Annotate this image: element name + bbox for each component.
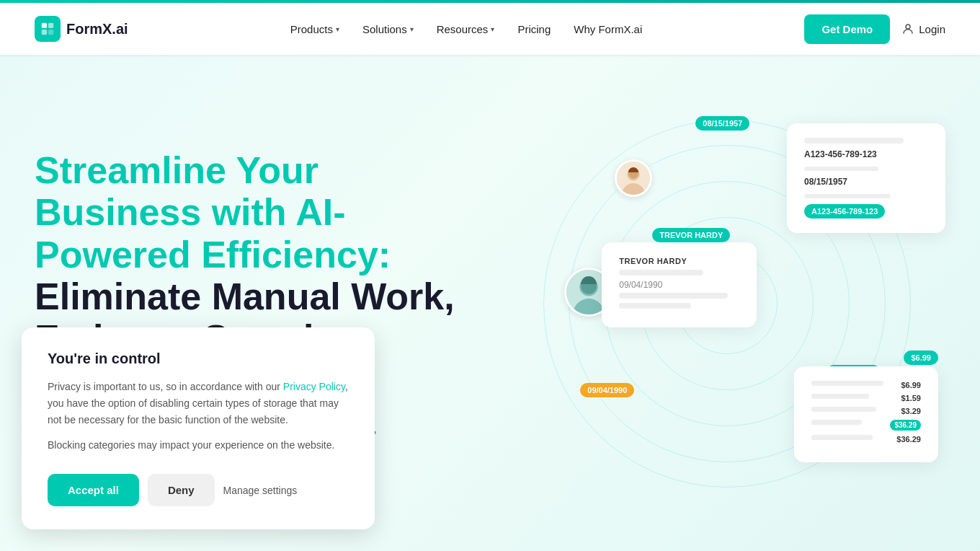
receipt-row-3: $3.29 xyxy=(811,407,921,415)
receipt-line-5 xyxy=(811,435,873,440)
receipt-line-1 xyxy=(811,381,883,386)
receipt-card: $6.99 $1.59 $3.29 $36.29 $36.29 xyxy=(794,366,938,462)
gdpr-text-1: Privacy is important to us, so in accord… xyxy=(48,379,349,428)
avatar-woman-svg xyxy=(617,159,650,197)
gdpr-text-2: Blocking categories may impact your expe… xyxy=(48,437,349,454)
person-name: TREVOR HARDY xyxy=(619,257,739,265)
receipt-row-1: $6.99 xyxy=(811,381,921,389)
id-line-2 xyxy=(804,167,878,171)
svg-rect-2 xyxy=(42,30,47,35)
logo-icon xyxy=(35,16,61,42)
receipt-badge-total: $36.29 xyxy=(890,420,921,431)
svg-rect-1 xyxy=(48,23,53,28)
date-badge-person: 09/04/1990 xyxy=(580,383,634,397)
id-card: A123-456-789-123 08/15/1957 A123-456-789… xyxy=(787,123,945,233)
svg-rect-3 xyxy=(48,30,53,35)
avatar-woman xyxy=(615,159,652,197)
id-badge: A123-456-789-123 xyxy=(804,204,885,219)
receipt-line-3 xyxy=(811,407,876,412)
receipt-line-4 xyxy=(811,420,862,425)
nav-pricing[interactable]: Pricing xyxy=(517,23,551,35)
chevron-down-icon: ▾ xyxy=(410,25,414,33)
navbar-actions: Get Demo Login xyxy=(804,14,945,44)
hero-illustration: 08/15/1957 A123-456-789-123 08/15/1957 A… xyxy=(508,102,945,506)
date-badge-top: 08/15/1957 xyxy=(695,116,749,131)
logo-text: FormX.ai xyxy=(66,21,128,38)
chevron-down-icon: ▾ xyxy=(491,25,494,33)
receipt-line-2 xyxy=(811,394,869,399)
navbar: FormX.ai Products ▾ Solutions ▾ Resource… xyxy=(0,3,980,55)
receipt-row-5: $36.29 xyxy=(811,435,921,444)
id-line-3 xyxy=(804,194,891,198)
manage-settings-button[interactable]: Manage settings xyxy=(223,485,298,496)
accept-all-button[interactable]: Accept all xyxy=(48,474,139,506)
receipt-row-4: $36.29 xyxy=(811,420,921,431)
chevron-down-icon: ▾ xyxy=(336,25,339,33)
login-button[interactable]: Login xyxy=(901,22,945,35)
deny-button[interactable]: Deny xyxy=(148,474,215,506)
id-number-1: A123-456-789-123 xyxy=(804,149,928,159)
gdpr-title: You're in control xyxy=(48,351,349,367)
nav-resources[interactable]: Resources ▾ xyxy=(437,23,495,35)
logo[interactable]: FormX.ai xyxy=(35,16,128,42)
nav-menu: Products ▾ Solutions ▾ Resources ▾ Prici… xyxy=(290,23,643,35)
receipt-row-2: $1.59 xyxy=(811,394,921,402)
get-demo-button[interactable]: Get Demo xyxy=(804,14,890,44)
id-date: 08/15/1957 xyxy=(804,177,928,187)
privacy-policy-link[interactable]: Privacy Policy xyxy=(283,381,345,392)
person-card: TREVOR HARDY 09/04/1990 xyxy=(602,242,757,327)
gdpr-banner: You're in control Privacy is important t… xyxy=(22,327,375,529)
svg-rect-0 xyxy=(42,23,47,28)
nav-solutions[interactable]: Solutions ▾ xyxy=(362,23,414,35)
gdpr-buttons: Accept all Deny Manage settings xyxy=(48,474,349,506)
svg-point-4 xyxy=(906,25,910,29)
user-icon xyxy=(901,22,914,35)
name-badge: TREVOR HARDY xyxy=(652,228,730,242)
price-badge: $6.99 xyxy=(904,351,938,365)
person-date: 09/04/1990 xyxy=(619,280,739,290)
id-line-1 xyxy=(804,138,904,144)
nav-products[interactable]: Products ▾ xyxy=(290,23,339,35)
nav-why-formx[interactable]: Why FormX.ai xyxy=(574,23,642,35)
